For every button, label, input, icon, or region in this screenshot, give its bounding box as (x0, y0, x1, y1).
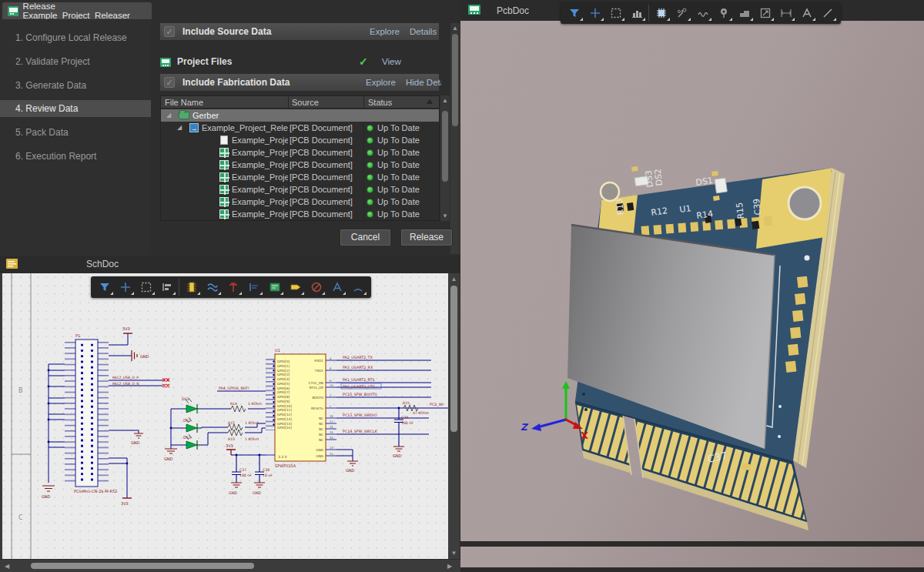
svg-text:10 uF: 10 uF (263, 473, 273, 477)
expand-icon[interactable]: ◢ (177, 122, 182, 134)
filter-icon[interactable] (94, 278, 115, 296)
schdoc-titlebar[interactable]: SchDoc (0, 256, 460, 273)
svg-text:RTS1_DP: RTS1_DP (310, 386, 324, 390)
axis-z-arrow (531, 423, 541, 431)
cancel-button[interactable]: Cancel (340, 229, 391, 246)
table-row[interactable]: ◢ → Example_Project_Rele: [PCB Document]… (161, 122, 439, 134)
svg-text:GPIO[14]: GPIO[14] (277, 422, 292, 426)
table-row[interactable]: Example_Project_R [PCB Document] Up To D… (161, 134, 439, 146)
svg-text:GND: GND (131, 440, 140, 445)
step-review-data[interactable]: 4. Review Data (0, 100, 151, 117)
place-wire-icon[interactable] (202, 278, 223, 296)
expand-icon[interactable]: ◢ (166, 109, 171, 122)
svg-text:NC: NC (319, 427, 323, 431)
pcb-3d-canvas[interactable]: R13 DS3 DS2 DS1 R12 U1 R14 R15 C39 C37 (460, 21, 924, 567)
ic-u1[interactable]: U1 SPWF01SA GPIO[0]GPIO[1] GPIO[2]GPIO[3… (266, 348, 336, 468)
gerber-file-icon (219, 185, 229, 194)
svg-text:GPIO[13]: GPIO[13] (277, 417, 292, 421)
source-details-link[interactable]: Details (410, 27, 437, 36)
table-row[interactable]: Example_Project_R [PCB Document] Up To D… (161, 196, 439, 208)
sort-ascending-icon[interactable] (427, 99, 433, 104)
board-insight-icon[interactable] (626, 4, 647, 22)
place-no-erc-icon[interactable] (306, 278, 326, 296)
schematic-canvas[interactable]: B C P1 PCIeMini-CN-2$-M-R52 (0, 273, 448, 559)
svg-text:1: 1 (330, 405, 331, 408)
svg-text:3V3: 3V3 (121, 501, 129, 506)
table-row[interactable]: Example_Project_R [PCB Document] Up To D… (161, 159, 439, 171)
p1-ref: P1 (75, 333, 80, 338)
place-power-port-icon[interactable] (223, 278, 243, 296)
place-rectangle-icon[interactable] (755, 4, 775, 22)
place-sheet-symbol-icon[interactable] (264, 278, 285, 296)
place-component-icon[interactable] (651, 4, 671, 22)
c39-ref: C39 (401, 416, 408, 420)
release-pane-scrollbar[interactable]: ▲ (450, 23, 460, 254)
svg-text:30: 30 (330, 437, 333, 440)
interactive-route-icon[interactable] (692, 4, 713, 22)
include-source-checkbox[interactable]: ✓ (164, 26, 175, 37)
tab-release[interactable]: Release Example_Project_Releaser (2, 2, 152, 19)
step-execution-report[interactable]: 6. Execution Report (0, 148, 151, 165)
column-source[interactable]: Source (288, 96, 319, 109)
mounting-hole-left (601, 182, 619, 201)
outjob-icon: → (189, 123, 199, 132)
svg-text:NC: NC (319, 433, 323, 437)
svg-text:GND: GND (229, 491, 237, 495)
route-icon[interactable] (671, 4, 692, 22)
include-fabrication-checkbox[interactable]: ✓ (164, 77, 175, 88)
source-explore-link[interactable]: Explore (370, 27, 400, 36)
project-files-row[interactable]: Project Files ✓ View (160, 52, 439, 71)
connector-p1[interactable]: P1 PCIeMini-CN-2$-M-R52 (65, 333, 117, 493)
step-pack-data[interactable]: 5. Pack Data (0, 124, 151, 141)
zone-b: B (18, 387, 23, 394)
cross-probe-icon[interactable] (584, 4, 605, 22)
place-text-icon[interactable] (796, 4, 817, 22)
step-configure-local-release[interactable]: 1. Configure Local Release (0, 29, 151, 46)
zone-c: C (18, 514, 23, 521)
svg-text:CTS1_DN: CTS1_DN (309, 381, 323, 385)
pcb-toolbar (561, 2, 841, 24)
table-row[interactable]: Example_Project_R [PCB Document] Up To D… (161, 171, 439, 183)
place-text-icon[interactable] (326, 278, 347, 296)
column-status[interactable]: Status (364, 96, 392, 109)
place-arc-icon[interactable] (347, 278, 368, 296)
step-validate-project[interactable]: 2. Validate Project (0, 53, 151, 70)
table-row-folder[interactable]: ◢ Gerber (161, 109, 439, 122)
project-files-view-link[interactable]: View (382, 57, 401, 66)
filter-icon[interactable] (564, 4, 584, 22)
svg-text:25: 25 (330, 453, 333, 456)
fabrication-hide-details-link[interactable]: Hide Detail (406, 78, 441, 87)
svg-text:27: 27 (330, 420, 333, 423)
silk-u1: U1 (679, 203, 692, 215)
svg-text:26: 26 (330, 415, 333, 418)
table-row[interactable]: Example_Project_R [PCB Document] Up To D… (161, 183, 439, 196)
silk-r15: R15 (735, 202, 746, 219)
column-file-name[interactable]: File Name (161, 96, 203, 109)
select-area-icon[interactable] (605, 4, 626, 22)
place-footprint-icon[interactable] (734, 4, 755, 22)
place-line-icon[interactable] (817, 4, 838, 22)
place-net-label-icon[interactable] (243, 278, 264, 296)
table-row[interactable]: Example_Project_R [PCB Document] Up To D… (161, 208, 439, 220)
place-part-icon[interactable] (181, 278, 202, 296)
release-button[interactable]: Release (400, 229, 453, 246)
include-source-title: Include Source Data (182, 26, 271, 37)
select-area-icon[interactable] (136, 278, 156, 296)
place-via-icon[interactable] (713, 4, 734, 22)
place-port-icon[interactable] (285, 278, 306, 296)
schdoc-vscrollbar[interactable]: ▲ ▼ (448, 273, 460, 559)
cross-probe-icon[interactable] (115, 278, 136, 296)
silk-c39: C39 (752, 198, 763, 216)
ds2-ref: DS2 (183, 419, 191, 423)
fabrication-explore-link[interactable]: Explore (366, 78, 396, 87)
measure-icon[interactable] (775, 4, 796, 22)
led-group[interactable]: DS1 DS2 DS3 GND (164, 397, 197, 461)
schdoc-hscrollbar[interactable]: ◀ ▶ (0, 560, 460, 572)
table-scrollbar[interactable]: ▲ ▼ (440, 95, 450, 221)
align-icon[interactable] (156, 278, 177, 296)
svg-text:GPIO[4]: GPIO[4] (277, 377, 290, 381)
table-row[interactable]: Example_Project_R [PCB Document] Up To D… (161, 146, 439, 159)
svg-text:9: 9 (330, 380, 332, 383)
step-generate-data[interactable]: 3. Generate Data (0, 77, 151, 94)
svg-text:NC: NC (319, 438, 323, 442)
